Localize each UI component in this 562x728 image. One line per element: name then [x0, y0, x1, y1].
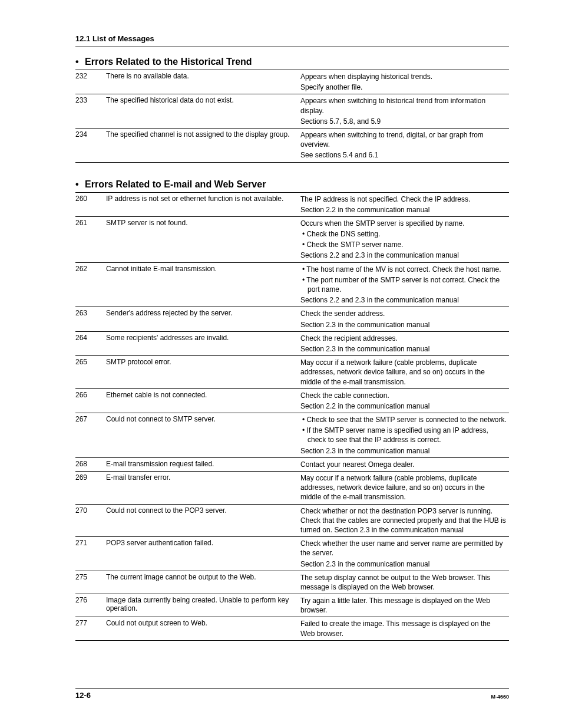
error-code: 275	[75, 571, 106, 594]
desc-line: Check the cable connection.	[300, 391, 507, 400]
table-row: 266Ethernet cable is not connected.Check…	[75, 388, 509, 413]
error-message: Could not connect to the POP3 server.	[106, 504, 300, 537]
error-code: 271	[75, 537, 106, 571]
error-code: 233	[75, 94, 106, 129]
error-code: 262	[75, 262, 106, 307]
error-message: Some recipients' addresses are invalid.	[106, 331, 300, 355]
error-code: 269	[75, 472, 106, 505]
desc-line: Try again a little later. This message i…	[300, 596, 507, 615]
error-message: Sender's address rejected by the server.	[106, 307, 300, 331]
error-description: Check the sender address.Section 2.3 in …	[300, 307, 509, 331]
error-code: 261	[75, 216, 106, 262]
table-row: 263Sender's address rejected by the serv…	[75, 307, 509, 331]
error-description: Appears when switching to historical tre…	[300, 94, 509, 129]
error-description: Check the cable connection.Section 2.2 i…	[300, 388, 509, 413]
error-message: Could not connect to SMTP server.	[106, 413, 300, 458]
desc-line: Sections 2.2 and 2.3 in the communicatio…	[300, 251, 507, 260]
error-description: Contact your nearest Omega dealer.	[300, 457, 509, 471]
table-row: 268E-mail transmission request failed.Co…	[75, 457, 509, 471]
desc-line: Sections 5.7, 5.8, and 5.9	[300, 117, 507, 126]
error-message: POP3 server authentication failed.	[106, 537, 300, 571]
desc-bullet: If the SMTP server name is specified usi…	[300, 426, 507, 444]
table-row: 233The specified historical data do not …	[75, 94, 509, 129]
error-description: Appears when displaying historical trend…	[300, 70, 509, 94]
desc-line: Failed to create the image. This message…	[300, 619, 507, 638]
error-code: 270	[75, 504, 106, 537]
error-description: Occurs when the SMTP server is specified…	[300, 216, 509, 262]
table-row: 269E-mail transfer error.May occur if a …	[75, 472, 509, 505]
desc-line: The IP address is not specified. Check t…	[300, 195, 507, 204]
desc-line: Appears when switching to historical tre…	[300, 96, 507, 115]
desc-line: Check the recipient addresses.	[300, 334, 507, 343]
desc-line: Appears when displaying historical trend…	[300, 72, 507, 81]
table-row: 260IP address is not set or ethernet fun…	[75, 192, 509, 216]
desc-line: Section 2.2 in the communication manual	[300, 401, 507, 411]
desc-line: Specify another file.	[300, 83, 507, 92]
error-message: E-mail transfer error.	[106, 472, 300, 505]
error-description: May occur if a network failure (cable pr…	[300, 356, 509, 389]
desc-bullet: Check the SMTP server name.	[300, 240, 507, 249]
desc-line: Section 2.3 in the communication manual	[300, 320, 507, 330]
error-code: 266	[75, 388, 106, 413]
error-code: 277	[75, 617, 106, 640]
section-title-text: Errors Related to the Historical Trend	[85, 57, 252, 67]
table-row: 271POP3 server authentication failed.Che…	[75, 537, 509, 571]
error-code: 232	[75, 70, 106, 94]
error-code: 264	[75, 331, 106, 355]
doc-id: M-4660	[491, 694, 509, 700]
desc-line: May occur if a network failure (cable pr…	[300, 358, 507, 387]
table-row: 234The specified channel is not assigned…	[75, 128, 509, 162]
error-description: Check whether the user name and server n…	[300, 537, 509, 571]
error-message: SMTP server is not found.	[106, 216, 300, 262]
error-message: Image data currently being created. Unab…	[106, 594, 300, 617]
table-row: 275The current image cannot be output to…	[75, 571, 509, 594]
desc-bullet: Check to see that the SMTP server is con…	[300, 415, 507, 424]
desc-bullet: The port number of the SMTP server is no…	[300, 275, 507, 294]
desc-line: Check whether or not the destination POP…	[300, 506, 507, 535]
desc-line: Section 2.3 in the communication manual	[300, 559, 507, 569]
error-code: 267	[75, 413, 106, 458]
error-message: Could not output screen to Web.	[106, 617, 300, 640]
error-message: There is no available data.	[106, 70, 300, 94]
page-number: 12-6	[75, 691, 91, 700]
error-description: Check the recipient addresses.Section 2.…	[300, 331, 509, 355]
desc-line: Contact your nearest Omega dealer.	[300, 460, 507, 469]
error-description: May occur if a network failure (cable pr…	[300, 472, 509, 505]
error-description: The IP address is not specified. Check t…	[300, 192, 509, 216]
table-row: 276Image data currently being created. U…	[75, 594, 509, 617]
desc-line: The setup display cannot be output to th…	[300, 573, 507, 592]
desc-line: Appears when switching to trend, digital…	[300, 130, 507, 149]
error-description: Failed to create the image. This message…	[300, 617, 509, 640]
error-code: 265	[75, 356, 106, 389]
table-row: 264Some recipients' addresses are invali…	[75, 331, 509, 355]
error-description: Check whether or not the destination POP…	[300, 504, 509, 537]
section-title: •Errors Related to the Historical Trend	[75, 57, 509, 67]
error-description: The host name of the MV is not correct. …	[300, 262, 509, 307]
desc-line: Occurs when the SMTP server is specified…	[300, 219, 507, 228]
error-table: 232There is no available data.Appears wh…	[75, 70, 509, 163]
desc-line: Sections 2.2 and 2.3 in the communicatio…	[300, 295, 507, 305]
error-message: The specified historical data do not exi…	[106, 94, 300, 129]
error-table: 260IP address is not set or ethernet fun…	[75, 192, 509, 641]
error-description: Check to see that the SMTP server is con…	[300, 413, 509, 458]
section-title-text: Errors Related to E-mail and Web Server	[85, 179, 266, 189]
desc-line: Check the sender address.	[300, 309, 507, 318]
desc-line: Section 2.2 in the communication manual	[300, 205, 507, 215]
table-row: 267Could not connect to SMTP server.Chec…	[75, 413, 509, 458]
error-message: The current image cannot be output to th…	[106, 571, 300, 594]
error-code: 276	[75, 594, 106, 617]
table-row: 262Cannot initiate E-mail transmission.T…	[75, 262, 509, 307]
error-message: Ethernet cable is not connected.	[106, 388, 300, 413]
desc-line: Check whether the user name and server n…	[300, 539, 507, 558]
page-footer: 12-6 M-4660	[75, 688, 509, 700]
error-description: Try again a little later. This message i…	[300, 594, 509, 617]
table-row: 232There is no available data.Appears wh…	[75, 70, 509, 94]
error-message: Cannot initiate E-mail transmission.	[106, 262, 300, 307]
error-description: The setup display cannot be output to th…	[300, 571, 509, 594]
table-row: 265SMTP protocol error.May occur if a ne…	[75, 356, 509, 389]
section-title: •Errors Related to E-mail and Web Server	[75, 179, 509, 190]
error-code: 263	[75, 307, 106, 331]
error-message: The specified channel is not assigned to…	[106, 128, 300, 162]
error-message: IP address is not set or ethernet functi…	[106, 192, 300, 216]
error-message: SMTP protocol error.	[106, 356, 300, 389]
